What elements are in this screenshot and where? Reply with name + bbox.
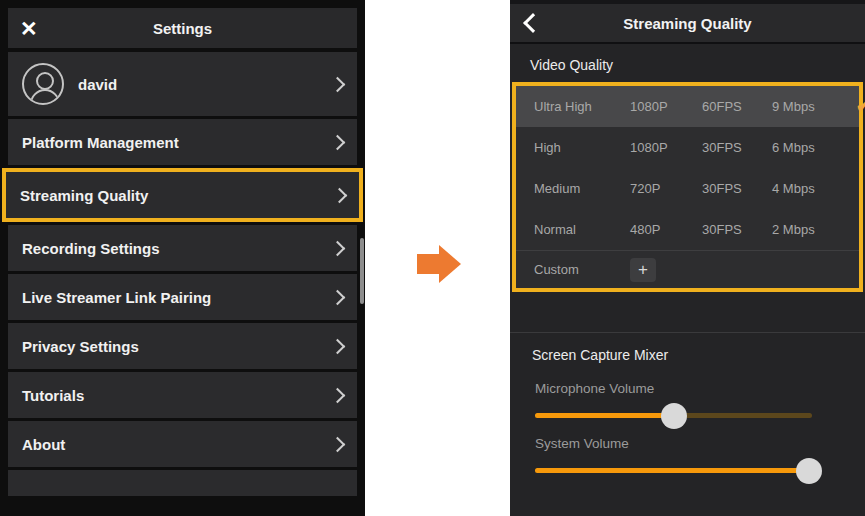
quality-row-ultra-high[interactable]: Ultra High 1080P 60FPS 9 Mbps ✔	[516, 86, 859, 127]
menu-item-label: Recording Settings	[22, 240, 160, 257]
settings-screen: ✕ Settings david Platform Management Str…	[0, 0, 365, 516]
menu-item-label: Tutorials	[22, 387, 84, 404]
scrollbar[interactable]	[360, 238, 364, 304]
chevron-right-icon	[330, 289, 346, 305]
menu-item-platform-management[interactable]: Platform Management	[8, 119, 357, 165]
microphone-volume-label: Microphone Volume	[510, 363, 865, 396]
menu-item-tutorials[interactable]: Tutorials	[8, 372, 357, 418]
chevron-right-icon	[330, 436, 346, 452]
menu-item-label: About	[22, 436, 65, 453]
highlight-box-video-quality: Ultra High 1080P 60FPS 9 Mbps ✔ High 108…	[512, 82, 863, 292]
user-profile-row[interactable]: david	[8, 52, 357, 116]
quality-fps: 60FPS	[702, 99, 772, 114]
page-title: Streaming Quality	[510, 15, 865, 32]
chevron-right-icon	[330, 134, 346, 150]
menu-item-live-streamer-link-pairing[interactable]: Live Streamer Link Pairing	[8, 274, 357, 320]
empty-row	[8, 470, 357, 496]
chevron-right-icon	[330, 76, 346, 92]
system-volume-slider[interactable]	[535, 468, 812, 473]
menu-item-streaming-quality[interactable]: Streaming Quality	[6, 172, 359, 218]
menu-item-about[interactable]: About	[8, 421, 357, 467]
menu-item-privacy-settings[interactable]: Privacy Settings	[8, 323, 357, 369]
user-name: david	[78, 76, 117, 93]
menu-item-label: Streaming Quality	[20, 187, 148, 204]
custom-label: Custom	[534, 262, 630, 277]
slider-fill	[535, 413, 674, 418]
quality-row-normal[interactable]: Normal 480P 30FPS 2 Mbps	[516, 209, 859, 250]
quality-row-medium[interactable]: Medium 720P 30FPS 4 Mbps	[516, 168, 859, 209]
quality-row-custom: Custom +	[516, 250, 859, 288]
settings-header: ✕ Settings	[8, 8, 357, 48]
slider-thumb[interactable]	[796, 458, 822, 484]
chevron-right-icon	[330, 240, 346, 256]
quality-name: Ultra High	[534, 99, 630, 114]
quality-resolution: 1080P	[630, 99, 702, 114]
quality-fps: 30FPS	[702, 140, 772, 155]
quality-bitrate: 2 Mbps	[772, 222, 856, 237]
quality-fps: 30FPS	[702, 222, 772, 237]
slider-thumb[interactable]	[661, 403, 687, 429]
quality-name: Medium	[534, 181, 630, 196]
page-title: Settings	[8, 20, 357, 37]
streaming-quality-header: Streaming Quality	[510, 4, 865, 44]
transition-arrow-icon	[417, 245, 461, 283]
microphone-volume-slider[interactable]	[535, 413, 812, 418]
quality-resolution: 720P	[630, 181, 702, 196]
menu-item-label: Platform Management	[22, 134, 179, 151]
chevron-right-icon	[330, 338, 346, 354]
streaming-quality-screen: Streaming Quality Video Quality Ultra Hi…	[510, 0, 865, 516]
video-quality-section-label: Video Quality	[510, 44, 865, 82]
quality-bitrate: 4 Mbps	[772, 181, 856, 196]
menu-item-label: Live Streamer Link Pairing	[22, 289, 211, 306]
quality-resolution: 480P	[630, 222, 702, 237]
screen-capture-mixer-label: Screen Capture Mixer	[510, 333, 865, 363]
quality-name: Normal	[534, 222, 630, 237]
close-icon[interactable]: ✕	[20, 8, 38, 48]
slider-fill	[535, 468, 809, 473]
quality-name: High	[534, 140, 630, 155]
system-volume-label: System Volume	[510, 418, 865, 451]
add-custom-quality-button[interactable]: +	[630, 258, 656, 282]
menu-item-label: Privacy Settings	[22, 338, 139, 355]
chevron-right-icon	[330, 387, 346, 403]
menu-item-recording-settings[interactable]: Recording Settings	[8, 225, 357, 271]
chevron-right-icon	[332, 187, 348, 203]
quality-row-high[interactable]: High 1080P 30FPS 6 Mbps	[516, 127, 859, 168]
highlight-box-streaming-quality: Streaming Quality	[2, 168, 363, 222]
quality-bitrate: 9 Mbps	[772, 99, 856, 114]
quality-fps: 30FPS	[702, 181, 772, 196]
quality-bitrate: 6 Mbps	[772, 140, 856, 155]
quality-resolution: 1080P	[630, 140, 702, 155]
selected-check-icon: ✔	[856, 96, 865, 117]
user-avatar-icon	[22, 63, 64, 105]
